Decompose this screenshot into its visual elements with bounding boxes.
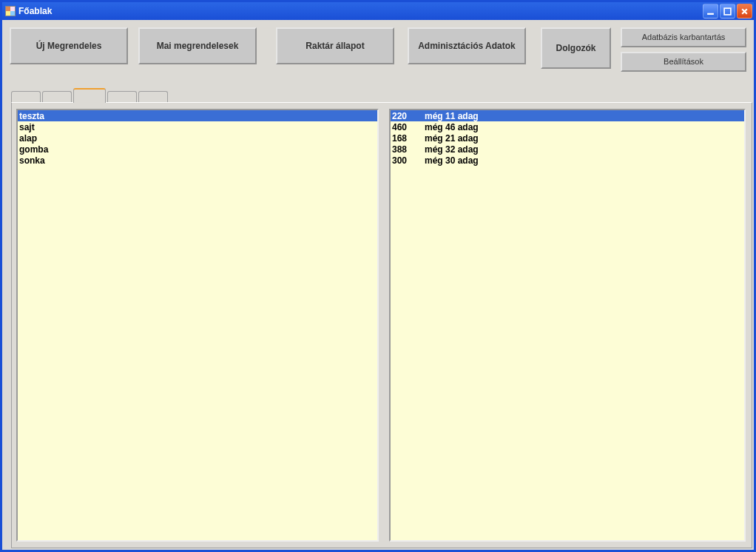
minimize-button[interactable] [703, 4, 718, 18]
warehouse-status-button[interactable]: Raktár állapot [276, 27, 394, 64]
tab-3[interactable] [73, 88, 106, 103]
close-button[interactable] [737, 4, 752, 18]
client-area: Új Megrendeles Mai megrendelesek Raktár … [2, 20, 754, 550]
list-item[interactable]: alap [18, 132, 377, 144]
tab-1[interactable] [11, 91, 41, 103]
toolbar: Új Megrendeles Mai megrendelesek Raktár … [2, 20, 754, 79]
svg-rect-0 [707, 13, 714, 14]
settings-button[interactable]: Beállítások [621, 52, 746, 72]
list-item[interactable]: 460még 46 adag [391, 121, 744, 132]
list-item[interactable]: 220még 11 adag [391, 110, 744, 121]
tab-5[interactable] [138, 91, 168, 103]
new-order-button[interactable]: Új Megrendeles [10, 27, 128, 64]
tab-strip [11, 88, 169, 103]
admin-data-button[interactable]: Adminisztációs Adatok [408, 27, 526, 64]
list-item[interactable]: sajt [18, 121, 377, 132]
list-item[interactable]: 168még 21 adag [391, 132, 744, 144]
svg-rect-1 [724, 8, 731, 15]
main-window: Főablak Új Megrendeles Mai megrendelesek… [0, 0, 756, 552]
list-item[interactable]: 300még 30 adag [391, 155, 744, 166]
today-orders-button[interactable]: Mai megrendelesek [138, 27, 257, 64]
ingredients-listbox[interactable]: tesztasajtalapgombasonka [16, 109, 379, 542]
app-icon [5, 6, 16, 16]
quantities-listbox[interactable]: 220még 11 adag460még 46 adag168még 21 ad… [389, 109, 746, 542]
tab-4[interactable] [107, 91, 137, 103]
window-title: Főablak [18, 6, 52, 16]
maximize-button[interactable] [720, 4, 735, 18]
list-item[interactable]: teszta [18, 110, 377, 121]
tab-2[interactable] [42, 91, 72, 103]
list-item[interactable]: 388még 32 adag [391, 144, 744, 155]
employees-button[interactable]: Dolgozók [541, 27, 611, 69]
titlebar: Főablak [2, 2, 754, 20]
list-item[interactable]: gomba [18, 144, 377, 155]
tab-panel: tesztasajtalapgombasonka 220még 11 adag4… [11, 102, 752, 548]
list-item[interactable]: sonka [18, 155, 377, 166]
db-maintenance-button[interactable]: Adatbázis karbantartás [621, 27, 746, 47]
